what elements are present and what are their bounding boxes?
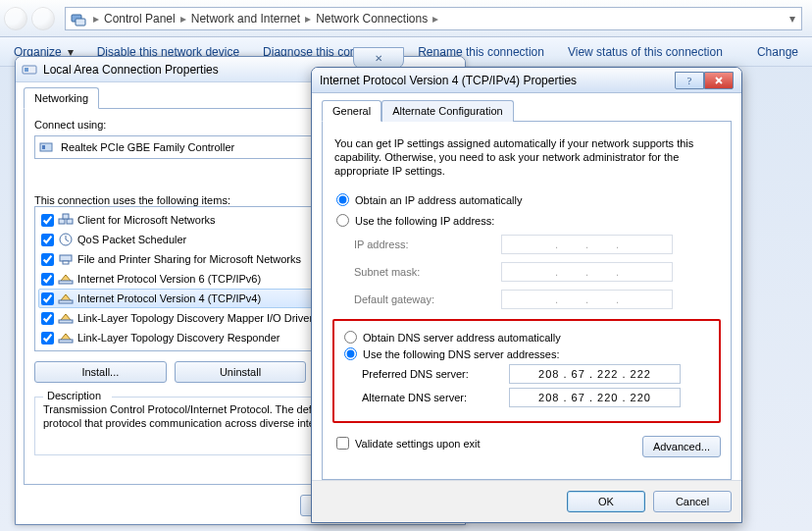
breadcrumb-network-connections[interactable]: Network Connections <box>313 10 431 27</box>
window-close-button[interactable] <box>704 72 734 89</box>
row-alt-dns: Alternate DNS server: <box>340 388 713 407</box>
item-checkbox[interactable] <box>41 253 54 266</box>
description-label: Description <box>45 390 103 403</box>
svg-rect-4 <box>40 143 52 151</box>
window-help-button[interactable]: ? <box>675 72 704 89</box>
radio-use-ip-input[interactable] <box>336 214 349 227</box>
tab-alternate-config[interactable]: Alternate Configuration <box>381 100 514 122</box>
row-gateway: Default gateway: ... <box>332 290 721 309</box>
radio-obtain-dns-input[interactable] <box>344 331 357 344</box>
arrow-right-icon <box>37 13 49 25</box>
printer-share-icon <box>58 251 74 267</box>
label-subnet: Subnet mask: <box>354 266 501 278</box>
svg-rect-1 <box>76 19 85 26</box>
svg-rect-7 <box>67 219 73 224</box>
label-pref-dns: Preferred DNS server: <box>362 368 509 380</box>
qos-icon <box>58 232 74 247</box>
ip-explain-text: You can get IP settings assigned automat… <box>334 137 719 178</box>
network-adapter-icon <box>22 62 37 78</box>
item-checkbox[interactable] <box>41 214 54 227</box>
ipv4-ok-button[interactable]: OK <box>567 491 645 512</box>
breadcrumb-sep: ▸ <box>93 12 99 26</box>
item-label: Client for Microsoft Networks <box>77 214 216 226</box>
nav-back-button[interactable] <box>4 7 27 30</box>
svg-rect-5 <box>42 145 45 149</box>
gateway-input: ... <box>501 290 673 309</box>
svg-rect-14 <box>59 320 73 323</box>
item-label: Link-Layer Topology Discovery Responder <box>77 332 279 344</box>
breadcrumb-sep: ▸ <box>432 12 438 26</box>
general-tabpage: You can get IP settings assigned automat… <box>322 121 732 480</box>
item-checkbox[interactable] <box>41 273 54 286</box>
protocol-icon <box>58 330 74 345</box>
row-pref-dns: Preferred DNS server: <box>340 364 713 384</box>
address-bar[interactable]: ▸ Control Panel ▸ Network and Internet ▸… <box>65 7 802 30</box>
radio-obtain-ip[interactable]: Obtain an IP address automatically <box>336 193 717 206</box>
radio-use-dns-label: Use the following DNS server addresses: <box>363 348 560 360</box>
svg-rect-6 <box>59 219 65 224</box>
install-button[interactable]: Install... <box>34 361 167 383</box>
advanced-button[interactable]: Advanced... <box>642 436 721 457</box>
breadcrumb-control-panel[interactable]: Control Panel <box>101 10 178 27</box>
uninstall-button[interactable]: Uninstall <box>175 361 307 383</box>
address-dropdown-icon[interactable]: ▾ <box>784 12 801 26</box>
cmd-change[interactable]: Change <box>757 45 798 59</box>
close-icon: ✕ <box>375 53 382 64</box>
protocol-icon <box>58 310 74 326</box>
network-folder-icon <box>70 10 87 27</box>
ipv4-window-title: Internet Protocol Version 4 (TCP/IPv4) P… <box>320 74 577 87</box>
breadcrumb-sep: ▸ <box>305 12 311 26</box>
lac-window-title: Local Area Connection Properties <box>43 63 219 77</box>
alt-dns-input[interactable] <box>509 388 681 407</box>
adapter-name: Realtek PCIe GBE Family Controller <box>61 141 234 153</box>
radio-use-dns-input[interactable] <box>344 347 357 360</box>
item-checkbox[interactable] <box>41 292 54 305</box>
cmd-viewstatus[interactable]: View status of this connection <box>568 45 723 59</box>
tab-networking[interactable]: Networking <box>24 87 99 109</box>
item-label: QoS Packet Scheduler <box>77 234 186 245</box>
radio-obtain-dns-label: Obtain DNS server address automatically <box>363 332 561 344</box>
item-label: Internet Protocol Version 6 (TCP/IPv6) <box>77 273 261 285</box>
label-gateway: Default gateway: <box>354 293 501 305</box>
row-ip-address: IP address: ... <box>332 235 721 254</box>
arrow-left-icon <box>10 13 22 25</box>
svg-rect-13 <box>59 300 73 303</box>
svg-rect-10 <box>60 255 72 261</box>
radio-use-ip[interactable]: Use the following IP address: <box>336 214 717 227</box>
radio-obtain-dns[interactable]: Obtain DNS server address automatically <box>344 331 709 344</box>
radio-use-ip-label: Use the following IP address: <box>355 215 494 227</box>
ipv4-window-titlebar[interactable]: Internet Protocol Version 4 (TCP/IPv4) P… <box>312 68 741 93</box>
item-label: Link-Layer Topology Discovery Mapper I/O… <box>77 312 313 324</box>
explorer-topbar: ▸ Control Panel ▸ Network and Internet ▸… <box>0 0 812 37</box>
svg-rect-15 <box>59 340 73 343</box>
protocol-icon <box>58 271 74 287</box>
pref-dns-input[interactable] <box>509 364 681 384</box>
client-icon <box>58 212 74 228</box>
protocol-icon <box>58 291 74 306</box>
svg-text:?: ? <box>687 76 692 86</box>
item-label: File and Printer Sharing for Microsoft N… <box>77 253 301 265</box>
close-icon <box>713 75 725 86</box>
item-label: Internet Protocol Version 4 (TCP/IPv4) <box>77 292 261 304</box>
dns-highlight-box: Obtain DNS server address automatically … <box>332 319 721 423</box>
item-checkbox[interactable] <box>41 312 54 325</box>
nic-icon <box>39 139 55 155</box>
svg-rect-8 <box>63 214 69 219</box>
help-icon: ? <box>684 75 695 86</box>
breadcrumb-sep: ▸ <box>180 12 186 26</box>
tab-close-bubble[interactable]: ✕ <box>353 47 404 69</box>
nav-forward-button[interactable] <box>31 7 55 30</box>
svg-rect-3 <box>25 68 28 72</box>
row-subnet: Subnet mask: ... <box>332 262 721 282</box>
tab-general[interactable]: General <box>322 100 381 122</box>
subnet-mask-input: ... <box>501 262 673 282</box>
breadcrumb-network-internet[interactable]: Network and Internet <box>188 10 303 27</box>
ipv4-cancel-button[interactable]: Cancel <box>653 491 732 512</box>
radio-obtain-ip-input[interactable] <box>336 193 349 206</box>
svg-rect-12 <box>59 281 73 284</box>
radio-obtain-ip-label: Obtain an IP address automatically <box>355 194 522 206</box>
svg-rect-11 <box>63 261 69 264</box>
item-checkbox[interactable] <box>41 234 54 246</box>
radio-use-dns[interactable]: Use the following DNS server addresses: <box>344 347 709 360</box>
item-checkbox[interactable] <box>41 332 54 345</box>
